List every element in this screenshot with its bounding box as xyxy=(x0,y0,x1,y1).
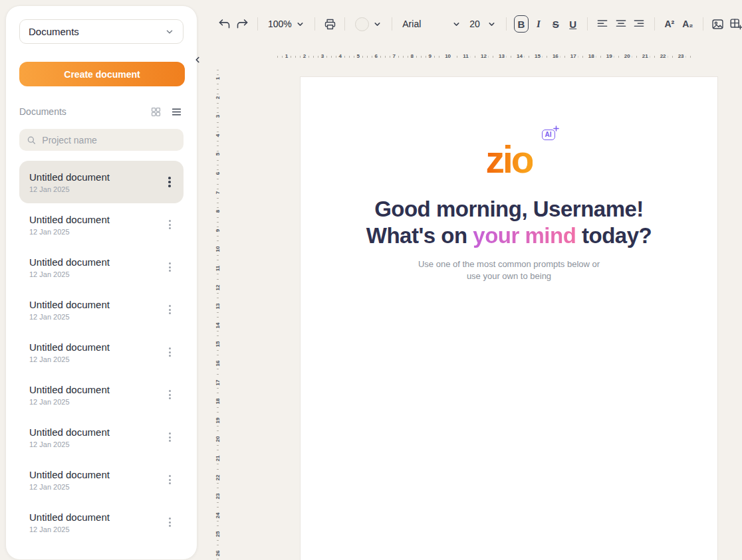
align-right-icon xyxy=(632,17,646,31)
kebab-icon xyxy=(169,479,171,481)
toolbar-separator xyxy=(314,17,315,31)
documents-list-header-label: Documents xyxy=(19,106,66,117)
view-toggles xyxy=(148,104,184,119)
search-icon xyxy=(27,135,36,145)
image-icon xyxy=(711,17,725,31)
subscript-button[interactable]: A₂ xyxy=(680,15,695,33)
list-view-icon xyxy=(171,106,182,118)
document-title: Untitled document xyxy=(29,384,160,395)
zoom-dropdown[interactable]: 100% xyxy=(265,15,307,33)
insert-table-button[interactable] xyxy=(729,15,742,33)
kebab-icon xyxy=(169,227,171,229)
print-icon xyxy=(323,17,337,31)
document-menu-button[interactable] xyxy=(164,175,176,189)
document-date: 12 Jan 2025 xyxy=(29,270,160,278)
document-list-item[interactable]: Untitled document 12 Jan 2025 xyxy=(19,161,184,203)
align-center-icon xyxy=(614,17,628,31)
document-title: Untitled document xyxy=(29,341,160,353)
document-menu-button[interactable] xyxy=(164,345,176,359)
text-color-dropdown[interactable] xyxy=(352,15,384,33)
chevron-down-icon xyxy=(487,20,496,29)
color-swatch-icon xyxy=(355,17,369,31)
chevron-down-icon xyxy=(296,20,305,29)
horizontal-ruler: 1234567891011121314151617181920212223 xyxy=(277,52,691,60)
document-page[interactable]: zio AI Good morning, Username! What's on… xyxy=(300,76,718,560)
zio-logo-text: zio xyxy=(485,138,532,181)
document-list-item[interactable]: Untitled document 12 Jan 2025 xyxy=(19,373,184,416)
kebab-icon xyxy=(169,517,171,519)
list-view-button[interactable] xyxy=(169,104,184,119)
toolbar-separator xyxy=(392,17,392,31)
document-list-item[interactable]: Untitled document 12 Jan 2025 xyxy=(19,246,184,288)
greeting-heading: Good morning, Username! What's on your m… xyxy=(301,196,717,250)
toolbar-separator xyxy=(506,17,507,31)
collection-selector[interactable]: Documents xyxy=(19,19,184,44)
greeting-line1: Good morning, Username! xyxy=(374,197,644,221)
search-input[interactable] xyxy=(42,135,176,145)
collection-selector-label: Documents xyxy=(29,26,79,37)
toolbar-separator xyxy=(587,17,588,31)
document-menu-button[interactable] xyxy=(164,515,176,529)
greeting-line2-prefix: What's on xyxy=(366,223,473,248)
chevron-down-icon xyxy=(452,20,461,29)
subtitle-line2: use your own to being xyxy=(467,271,551,281)
grid-view-button[interactable] xyxy=(148,104,163,119)
kebab-icon xyxy=(169,262,171,264)
document-list-item[interactable]: Untitled document 12 Jan 2025 xyxy=(19,288,184,331)
document-list-item[interactable]: Untitled document 12 Jan 2025 xyxy=(19,501,184,543)
kebab-icon xyxy=(169,355,171,357)
kebab-icon xyxy=(169,270,171,272)
grid-view-icon xyxy=(150,106,162,118)
kebab-icon xyxy=(168,181,171,183)
document-menu-button[interactable] xyxy=(164,472,176,487)
document-list-item[interactable]: Untitled document 12 Jan 2025 xyxy=(19,331,184,373)
kebab-icon xyxy=(169,475,171,477)
kebab-icon xyxy=(169,220,171,222)
kebab-icon xyxy=(169,394,171,396)
align-center-button[interactable] xyxy=(614,15,628,33)
document-menu-button[interactable] xyxy=(164,260,176,274)
sidebar-collapse-button[interactable] xyxy=(191,53,203,66)
align-right-button[interactable] xyxy=(632,15,646,33)
superscript-button[interactable]: A² xyxy=(662,15,677,33)
kebab-icon xyxy=(169,440,171,442)
kebab-icon xyxy=(169,525,171,527)
underline-button[interactable]: U xyxy=(566,15,580,33)
undo-icon xyxy=(217,17,231,31)
document-list-item[interactable]: Untitled document 12 Jan 2025 xyxy=(19,203,184,246)
italic-button[interactable]: I xyxy=(532,15,546,33)
font-family-dropdown[interactable]: Arial xyxy=(400,15,463,33)
kebab-icon xyxy=(169,266,171,268)
sidebar: Documents Create document Documents Unti… xyxy=(5,5,197,560)
undo-button[interactable] xyxy=(217,15,231,33)
document-menu-button[interactable] xyxy=(164,302,176,317)
document-date: 12 Jan 2025 xyxy=(29,440,160,448)
document-list-item[interactable]: Untitled document 12 Jan 2025 xyxy=(19,458,184,501)
document-list-item[interactable]: Untitled document 12 Jan 2025 xyxy=(19,416,184,458)
strikethrough-button[interactable]: S xyxy=(549,15,562,33)
table-add-icon xyxy=(729,17,742,31)
document-menu-button[interactable] xyxy=(164,217,176,232)
create-document-button[interactable]: Create document xyxy=(19,62,185,86)
bold-button[interactable]: B xyxy=(514,15,528,33)
chevron-left-icon xyxy=(193,55,202,64)
ai-badge-icon: AI xyxy=(542,130,555,140)
document-menu-button[interactable] xyxy=(164,387,176,402)
kebab-icon xyxy=(168,177,171,179)
toolbar-separator xyxy=(257,17,258,31)
search-box[interactable] xyxy=(19,129,184,151)
print-button[interactable] xyxy=(322,15,337,33)
insert-image-button[interactable] xyxy=(711,15,725,33)
redo-button[interactable] xyxy=(235,15,249,33)
zio-logo: zio AI xyxy=(485,141,532,179)
kebab-icon xyxy=(169,312,171,314)
toolbar-separator xyxy=(703,17,703,31)
greeting-line2-suffix: today? xyxy=(576,223,652,248)
align-left-button[interactable] xyxy=(595,15,610,33)
document-date: 12 Jan 2025 xyxy=(29,398,160,406)
document-menu-button[interactable] xyxy=(164,430,176,444)
document-date: 12 Jan 2025 xyxy=(29,483,160,491)
kebab-icon xyxy=(169,309,171,311)
kebab-icon xyxy=(168,185,171,187)
font-size-dropdown[interactable]: 20 xyxy=(467,15,499,33)
